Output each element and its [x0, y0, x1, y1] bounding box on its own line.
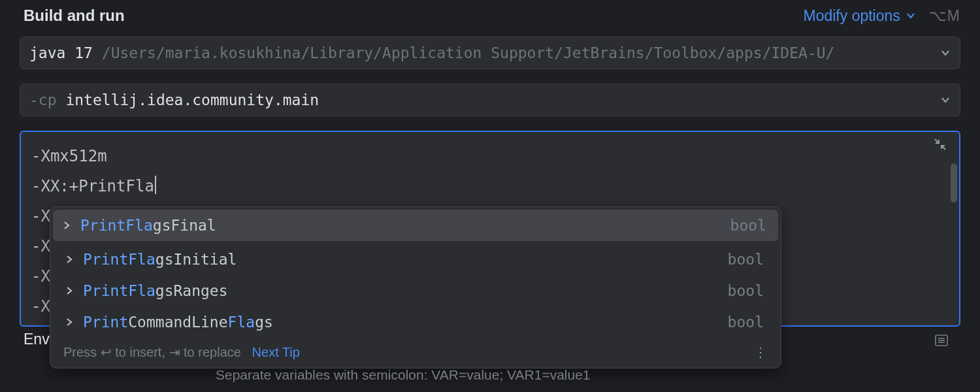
- section-title: Build and run: [24, 7, 125, 25]
- modify-options-shortcut: ⌥M: [929, 7, 960, 25]
- chevron-right-icon: [65, 255, 74, 264]
- classpath-field[interactable]: -cp intellij.idea.community.main: [20, 84, 960, 116]
- section-header: Build and run Modify options ⌥M: [20, 7, 960, 37]
- kebab-menu-icon[interactable]: ⋮: [754, 344, 768, 360]
- completion-label: PrintFlagsInitial: [83, 251, 719, 268]
- completion-type: bool: [730, 217, 766, 234]
- chevron-right-icon: [62, 221, 71, 230]
- env-label-fragment: Env: [24, 331, 50, 348]
- list-icon[interactable]: [934, 333, 949, 348]
- jre-path: /Users/maria.kosukhina/Library/Applicati…: [102, 44, 835, 61]
- modify-options-label: Modify options: [804, 7, 900, 25]
- modify-options-link[interactable]: Modify options: [804, 7, 916, 25]
- completion-label: PrintFlagsFinal: [80, 217, 721, 234]
- chevron-right-icon: [65, 286, 74, 295]
- completion-type: bool: [728, 251, 764, 268]
- chevron-down-icon: [906, 10, 916, 21]
- chevron-down-icon[interactable]: [940, 95, 951, 105]
- completion-type: bool: [728, 314, 764, 331]
- jre-version: java 17: [29, 44, 93, 61]
- completion-label: PrintCommandLineFlags: [83, 314, 719, 331]
- classpath-value: intellij.idea.community.main: [65, 91, 319, 108]
- chevron-down-icon[interactable]: [940, 48, 951, 58]
- env-hint-text: Separate variables with semicolon: VAR=v…: [216, 367, 591, 383]
- completion-type: bool: [728, 282, 764, 299]
- completion-footer: Press ↩ to insert, ⇥ to replace Next Tip…: [50, 338, 781, 368]
- completion-hint: Press ↩ to insert, ⇥ to replace Next Tip: [63, 344, 300, 360]
- vm-option-line: -XX:+PrintFla: [31, 171, 949, 201]
- collapse-icon[interactable]: [934, 139, 946, 150]
- text-cursor: [155, 176, 156, 194]
- completion-item[interactable]: PrintCommandLineFlags bool: [53, 306, 778, 338]
- jre-field[interactable]: java 17 /Users/maria.kosukhina/Library/A…: [20, 37, 960, 69]
- completion-item[interactable]: PrintFlagsRanges bool: [53, 275, 778, 306]
- completion-item[interactable]: PrintFlagsFinal bool: [53, 210, 778, 241]
- scrollbar-thumb[interactable]: [951, 163, 957, 203]
- classpath-flag: -cp: [29, 91, 57, 108]
- completion-item[interactable]: PrintFlagsInitial bool: [53, 244, 778, 275]
- next-tip-link[interactable]: Next Tip: [252, 345, 300, 359]
- completion-popup: PrintFlagsFinal bool PrintFlagsInitial b…: [50, 206, 781, 368]
- chevron-right-icon: [65, 318, 74, 327]
- completion-label: PrintFlagsRanges: [83, 282, 719, 299]
- vm-option-line: -Xmx512m: [31, 141, 949, 171]
